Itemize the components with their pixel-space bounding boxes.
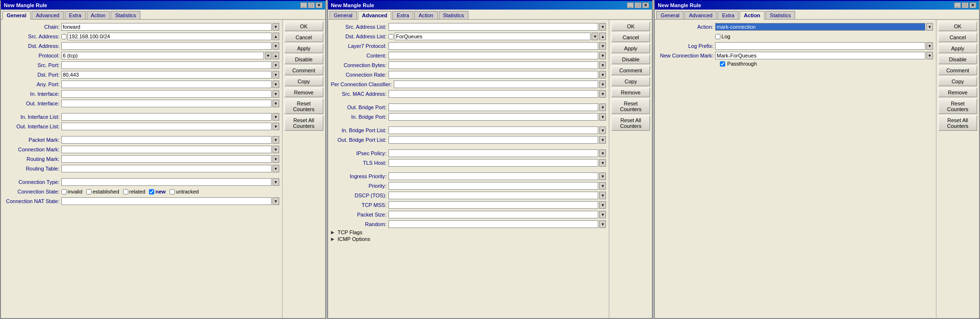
new-conn-mark-arrow[interactable]: ▼	[926, 52, 933, 59]
remove-btn-1[interactable]: Remove	[285, 88, 323, 97]
log-prefix-arrow[interactable]: ▼	[926, 42, 933, 50]
in-bridge-port-list-arrow[interactable]: ▼	[599, 126, 606, 134]
connection-nat-state-arrow[interactable]: ▼	[273, 197, 279, 205]
minimize-btn-3[interactable]: _	[954, 2, 961, 8]
apply-btn-2[interactable]: Apply	[611, 44, 650, 53]
src-port-arrow[interactable]: ▼	[273, 61, 279, 69]
out-interface-arrow[interactable]: ▼	[273, 100, 279, 107]
connection-nat-state-input[interactable]	[61, 197, 272, 205]
src-port-input[interactable]	[61, 61, 272, 69]
reset-counters-btn-3[interactable]: Reset Counters	[938, 99, 977, 114]
tcp-flags-collapsible[interactable]: ▶ TCP Flags	[331, 229, 606, 235]
reset-counters-btn-2[interactable]: Reset Counters	[611, 99, 650, 114]
copy-btn-1[interactable]: Copy	[285, 77, 323, 86]
tab-extra-3[interactable]: Extra	[718, 11, 739, 19]
content-input[interactable]	[388, 52, 599, 59]
in-bridge-port-arrow[interactable]: ▼	[599, 113, 606, 121]
connection-type-input[interactable]	[61, 178, 272, 186]
comment-btn-3[interactable]: Comment	[938, 66, 977, 75]
dscp-arrow[interactable]: ▼	[599, 192, 606, 199]
src-address-input[interactable]	[68, 33, 272, 40]
passthrough-checkbox[interactable]	[720, 61, 725, 67]
priority-input[interactable]	[388, 182, 599, 190]
routing-table-input[interactable]	[61, 165, 272, 172]
conn-bytes-input[interactable]	[388, 61, 599, 69]
state-related-checkbox[interactable]	[123, 189, 128, 194]
tab-advanced-2[interactable]: Advanced	[358, 11, 392, 20]
packet-size-arrow[interactable]: ▼	[599, 211, 606, 218]
tab-extra-1[interactable]: Extra	[65, 11, 86, 19]
out-bridge-port-arrow[interactable]: ▼	[599, 103, 606, 111]
remove-btn-3[interactable]: Remove	[938, 88, 977, 97]
out-interface-list-input[interactable]	[61, 123, 272, 130]
tab-statistics-3[interactable]: Statistics	[765, 11, 795, 19]
src-mac-input[interactable]	[388, 90, 599, 98]
dst-addr-list-input[interactable]	[395, 33, 591, 40]
tls-host-arrow[interactable]: ▼	[599, 159, 606, 167]
tcp-mss-arrow[interactable]: ▼	[599, 201, 606, 209]
state-established-checkbox[interactable]	[86, 189, 91, 194]
tab-action-3[interactable]: Action	[740, 11, 764, 20]
src-address-checkbox[interactable]	[61, 34, 67, 39]
per-conn-class-input[interactable]	[394, 80, 599, 88]
apply-btn-3[interactable]: Apply	[938, 44, 977, 53]
in-interface-list-input[interactable]	[61, 113, 272, 121]
reset-counters-btn-1[interactable]: Reset Counters	[285, 99, 323, 114]
state-untracked-checkbox[interactable]	[170, 189, 175, 194]
tab-general-1[interactable]: General	[2, 11, 31, 20]
minimize-btn-2[interactable]: _	[627, 2, 634, 8]
tls-host-input[interactable]	[388, 159, 599, 167]
conn-rate-input[interactable]	[388, 71, 599, 79]
dst-port-arrow[interactable]: ▼	[273, 71, 279, 79]
action-input[interactable]	[715, 23, 925, 31]
src-address-scroll[interactable]: ▲	[273, 33, 279, 40]
copy-btn-2[interactable]: Copy	[611, 77, 650, 86]
remove-btn-2[interactable]: Remove	[611, 88, 650, 97]
icmp-options-collapsible[interactable]: ▶ ICMP Options	[331, 236, 606, 242]
packet-size-input[interactable]	[388, 211, 599, 218]
ipsec-policy-input[interactable]	[388, 149, 599, 157]
new-conn-mark-input[interactable]	[715, 52, 925, 59]
tab-general-2[interactable]: General	[330, 11, 357, 19]
out-bridge-port-list-input[interactable]	[388, 136, 599, 144]
reset-all-counters-btn-3[interactable]: Reset All Counters	[938, 115, 977, 131]
chain-dropdown-arrow[interactable]: ▼	[273, 23, 279, 31]
reset-all-counters-btn-1[interactable]: Reset All Counters	[285, 115, 323, 131]
layer7-arrow[interactable]: ▼	[599, 42, 606, 50]
close-btn-1[interactable]: ✕	[316, 2, 322, 8]
dst-address-input[interactable]	[61, 42, 272, 50]
any-port-input[interactable]	[61, 80, 272, 88]
out-interface-list-arrow[interactable]: ▼	[273, 123, 279, 130]
maximize-btn-3[interactable]: □	[962, 2, 969, 8]
action-arrow[interactable]: ▼	[926, 23, 933, 31]
priority-arrow[interactable]: ▼	[599, 182, 606, 190]
connection-type-arrow[interactable]: ▼	[273, 178, 279, 186]
ipsec-policy-arrow[interactable]: ▼	[599, 149, 606, 157]
apply-btn-1[interactable]: Apply	[285, 44, 323, 53]
disable-btn-2[interactable]: Disable	[611, 55, 650, 64]
content-arrow[interactable]: ▼	[599, 52, 606, 59]
in-bridge-port-input[interactable]	[388, 113, 599, 121]
src-addr-list-input[interactable]	[388, 23, 599, 31]
log-checkbox[interactable]	[715, 34, 720, 39]
dst-address-arrow[interactable]: ▼	[273, 42, 279, 50]
connection-mark-input[interactable]	[61, 146, 272, 153]
comment-btn-1[interactable]: Comment	[285, 66, 323, 75]
reset-all-counters-btn-2[interactable]: Reset All Counters	[611, 115, 650, 131]
tab-advanced-3[interactable]: Advanced	[684, 11, 717, 19]
dscp-input[interactable]	[388, 192, 599, 199]
protocol-arrow[interactable]: ▼	[265, 52, 272, 59]
tab-statistics-2[interactable]: Statistics	[439, 11, 468, 19]
comment-btn-2[interactable]: Comment	[611, 66, 650, 75]
minimize-btn-1[interactable]: _	[300, 2, 307, 8]
src-mac-arrow[interactable]: ▼	[599, 90, 606, 98]
src-addr-list-arrow[interactable]: ▼	[599, 23, 606, 31]
random-input[interactable]	[388, 220, 599, 228]
dst-addr-list-checkbox[interactable]	[388, 34, 394, 39]
tab-action-1[interactable]: Action	[87, 11, 110, 19]
routing-mark-input[interactable]	[61, 155, 272, 163]
connection-mark-arrow[interactable]: ▼	[273, 146, 279, 153]
out-interface-input[interactable]	[61, 100, 272, 107]
packet-mark-input[interactable]	[61, 136, 272, 144]
disable-btn-1[interactable]: Disable	[285, 55, 323, 64]
